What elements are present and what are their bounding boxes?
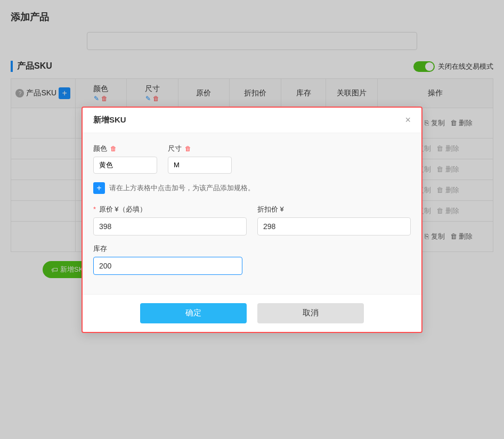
discount-price-group: 折扣价 ¥ bbox=[257, 205, 411, 235]
hint-text: 请在上方表格中点击加号，为该产品添加规格。 bbox=[109, 183, 255, 193]
original-price-group: * 原价 ¥（必填） bbox=[93, 205, 247, 235]
discount-price-label: 折扣价 ¥ bbox=[257, 205, 411, 214]
stock-label: 库存 bbox=[93, 244, 242, 254]
modal-title: 新增SKU bbox=[93, 115, 126, 125]
attr-color-input[interactable] bbox=[93, 157, 157, 174]
attr-size-col: 尺寸 🗑 bbox=[168, 144, 232, 174]
modal-header: 新增SKU × bbox=[83, 108, 421, 133]
price-form-row: * 原价 ¥（必填） 折扣价 ¥ bbox=[93, 205, 411, 235]
stock-input[interactable] bbox=[93, 257, 242, 275]
attr-color-col: 颜色 🗑 bbox=[93, 144, 157, 174]
attr-color-delete-icon[interactable]: 🗑 bbox=[110, 145, 117, 152]
hint-row: + 请在上方表格中点击加号，为该产品添加规格。 bbox=[93, 182, 411, 194]
attr-size-delete-icon[interactable]: 🗑 bbox=[185, 145, 191, 152]
stock-group: 库存 bbox=[93, 244, 242, 275]
cancel-button[interactable]: 取消 bbox=[257, 303, 364, 323]
original-price-input[interactable] bbox=[93, 217, 247, 235]
discount-price-input[interactable] bbox=[257, 217, 411, 235]
confirm-button[interactable]: 确定 bbox=[140, 303, 247, 323]
modal-footer: 确定 取消 bbox=[83, 294, 421, 332]
stock-form-row: 库存 bbox=[93, 244, 411, 275]
modal-close-button[interactable]: × bbox=[405, 115, 411, 125]
hint-add-button[interactable]: + bbox=[93, 182, 105, 194]
original-price-label: * 原价 ¥（必填） bbox=[93, 205, 247, 214]
attr-color-label: 颜色 🗑 bbox=[93, 144, 157, 153]
modal-body: 颜色 🗑 尺寸 🗑 + bbox=[83, 133, 421, 294]
modal-dialog: 新增SKU × 颜色 🗑 尺寸 bbox=[82, 107, 422, 333]
page-wrapper: 添加产品 产品SKU 关闭在线交易模式 ? 产品SKU + bbox=[0, 0, 504, 439]
attr-row: 颜色 🗑 尺寸 🗑 bbox=[93, 144, 411, 174]
attr-size-label: 尺寸 🗑 bbox=[168, 144, 232, 153]
attr-size-input[interactable] bbox=[168, 157, 232, 174]
modal-overlay: 新增SKU × 颜色 🗑 尺寸 bbox=[0, 0, 504, 439]
